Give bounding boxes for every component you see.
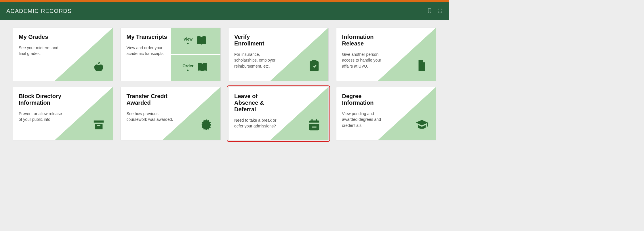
card-title: Block Directory Information (19, 93, 66, 106)
card-grid: My Grades See your midterm and final gra… (13, 28, 436, 140)
card-block-directory[interactable]: Block Directory Information Prevent or a… (13, 87, 113, 140)
book-icon (196, 61, 208, 75)
card-desc: For insurance, scholarships, employer re… (234, 51, 281, 69)
graduation-cap-icon (415, 118, 428, 133)
card-desc: Prevent or allow release of your public … (19, 111, 66, 123)
header-actions (427, 8, 443, 14)
card-title: Degree Information (342, 93, 389, 106)
card-information-release[interactable]: Information Release Give another person … (336, 28, 437, 81)
card-desc: See your midterm and final grades. (19, 45, 66, 57)
card-desc: Need to take a break or defer your admis… (234, 117, 281, 129)
book-icon (195, 35, 207, 48)
document-icon (415, 59, 428, 73)
arrow-icon: ▸ (187, 68, 189, 72)
card-my-grades[interactable]: My Grades See your midterm and final gra… (13, 28, 113, 81)
card-verify-enrollment[interactable]: Verify Enrollment For insurance, scholar… (228, 28, 329, 81)
clipboard-check-icon (308, 59, 321, 73)
transcripts-order-button[interactable]: Order ▸ (171, 55, 220, 81)
card-title: Transfer Credit Awarded (127, 93, 174, 106)
calendar-icon (308, 118, 321, 133)
bookmark-icon[interactable] (427, 8, 432, 14)
card-desc: Give another person access to handle you… (342, 51, 389, 69)
card-desc: View pending and awarded degrees and cre… (342, 111, 389, 128)
arrow-icon: ▸ (187, 42, 189, 45)
accent-bar (0, 0, 449, 2)
fullscreen-icon[interactable] (437, 8, 443, 14)
content-area: My Grades See your midterm and final gra… (0, 20, 449, 149)
card-transfer-credit[interactable]: Transfer Credit Awarded See how previous… (121, 87, 221, 140)
view-label: View (184, 37, 193, 41)
page-header: ACADEMIC RECORDS (0, 2, 449, 20)
page-title: ACADEMIC RECORDS (6, 8, 72, 14)
seal-icon (200, 118, 213, 133)
card-title: Leave of Absence & Deferral (234, 93, 281, 113)
transcripts-view-button[interactable]: View ▸ (171, 28, 220, 54)
order-label: Order (182, 64, 193, 68)
card-title: My Transcripts (127, 34, 169, 40)
card-leave-of-absence[interactable]: Leave of Absence & Deferral Need to take… (228, 87, 329, 140)
archive-box-icon (92, 118, 105, 133)
card-my-transcripts: My Transcripts View and order your acade… (121, 28, 221, 81)
card-desc: View and order your academic transcripts… (127, 45, 169, 57)
card-degree-information[interactable]: Degree Information View pending and awar… (336, 87, 437, 140)
card-title: My Grades (19, 34, 66, 40)
card-title: Information Release (342, 34, 389, 47)
card-desc: See how previous coursework was awarded. (127, 111, 174, 123)
apple-icon (92, 59, 105, 73)
card-title: Verify Enrollment (234, 34, 281, 47)
